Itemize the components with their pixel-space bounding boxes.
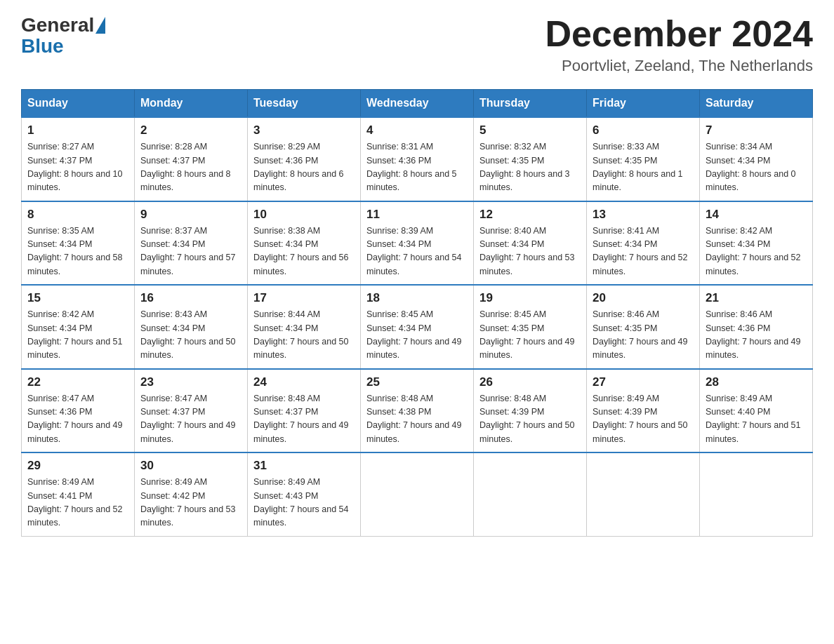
day-number: 8 xyxy=(27,208,128,222)
day-cell-25: 25Sunrise: 8:48 AMSunset: 4:38 PMDayligh… xyxy=(361,369,474,453)
day-info: Sunrise: 8:49 AMSunset: 4:43 PMDaylight:… xyxy=(253,476,355,530)
day-number: 16 xyxy=(140,291,241,305)
day-cell-14: 14Sunrise: 8:42 AMSunset: 4:34 PMDayligh… xyxy=(700,201,813,286)
title-section: December 2024 Poortvliet, Zeeland, The N… xyxy=(545,14,813,75)
day-info: Sunrise: 8:39 AMSunset: 4:34 PMDaylight:… xyxy=(366,224,468,279)
day-number: 14 xyxy=(706,208,807,222)
day-number: 18 xyxy=(366,291,468,305)
day-info: Sunrise: 8:38 AMSunset: 4:34 PMDaylight:… xyxy=(253,224,355,279)
empty-cell xyxy=(361,452,474,536)
day-number: 23 xyxy=(140,375,241,389)
day-number: 2 xyxy=(140,123,241,137)
empty-cell xyxy=(587,452,700,536)
day-number: 3 xyxy=(253,123,355,137)
day-cell-23: 23Sunrise: 8:47 AMSunset: 4:37 PMDayligh… xyxy=(135,369,248,453)
day-cell-5: 5Sunrise: 8:32 AMSunset: 4:35 PMDaylight… xyxy=(474,117,587,201)
day-info: Sunrise: 8:27 AMSunset: 4:37 PMDaylight:… xyxy=(27,140,128,195)
day-number: 25 xyxy=(366,375,468,389)
day-cell-17: 17Sunrise: 8:44 AMSunset: 4:34 PMDayligh… xyxy=(248,285,361,369)
day-info: Sunrise: 8:46 AMSunset: 4:36 PMDaylight:… xyxy=(706,308,807,363)
day-number: 9 xyxy=(140,208,241,222)
logo-triangle-icon xyxy=(95,17,105,34)
day-number: 22 xyxy=(27,375,128,389)
day-number: 10 xyxy=(253,208,355,222)
day-cell-29: 29Sunrise: 8:49 AMSunset: 4:41 PMDayligh… xyxy=(22,452,135,536)
day-number: 27 xyxy=(593,375,694,389)
day-cell-7: 7Sunrise: 8:34 AMSunset: 4:34 PMDaylight… xyxy=(700,117,813,201)
day-cell-9: 9Sunrise: 8:37 AMSunset: 4:34 PMDaylight… xyxy=(135,201,248,286)
day-info: Sunrise: 8:48 AMSunset: 4:37 PMDaylight:… xyxy=(253,392,355,447)
day-number: 20 xyxy=(593,291,694,305)
day-number: 5 xyxy=(479,123,581,137)
day-cell-24: 24Sunrise: 8:48 AMSunset: 4:37 PMDayligh… xyxy=(248,369,361,453)
logo: General Blue xyxy=(21,14,107,58)
day-cell-16: 16Sunrise: 8:43 AMSunset: 4:34 PMDayligh… xyxy=(135,285,248,369)
day-cell-28: 28Sunrise: 8:49 AMSunset: 4:40 PMDayligh… xyxy=(700,369,813,453)
day-info: Sunrise: 8:41 AMSunset: 4:34 PMDaylight:… xyxy=(593,224,694,279)
day-info: Sunrise: 8:28 AMSunset: 4:37 PMDaylight:… xyxy=(140,140,241,195)
month-year-title: December 2024 xyxy=(545,14,813,54)
day-info: Sunrise: 8:49 AMSunset: 4:42 PMDaylight:… xyxy=(140,476,241,530)
day-number: 21 xyxy=(706,291,807,305)
week-row-3: 15Sunrise: 8:42 AMSunset: 4:34 PMDayligh… xyxy=(22,285,813,369)
location-subtitle: Poortvliet, Zeeland, The Netherlands xyxy=(545,57,813,75)
day-number: 4 xyxy=(366,123,468,137)
day-number: 29 xyxy=(27,459,128,473)
day-cell-26: 26Sunrise: 8:48 AMSunset: 4:39 PMDayligh… xyxy=(474,369,587,453)
day-number: 12 xyxy=(479,208,581,222)
day-info: Sunrise: 8:33 AMSunset: 4:35 PMDaylight:… xyxy=(593,140,694,195)
day-info: Sunrise: 8:49 AMSunset: 4:41 PMDaylight:… xyxy=(27,476,128,530)
day-info: Sunrise: 8:49 AMSunset: 4:39 PMDaylight:… xyxy=(593,392,694,447)
day-number: 26 xyxy=(479,375,581,389)
day-cell-3: 3Sunrise: 8:29 AMSunset: 4:36 PMDaylight… xyxy=(248,117,361,201)
column-header-friday: Friday xyxy=(587,90,700,118)
day-info: Sunrise: 8:47 AMSunset: 4:36 PMDaylight:… xyxy=(27,392,128,447)
week-row-4: 22Sunrise: 8:47 AMSunset: 4:36 PMDayligh… xyxy=(22,369,813,453)
day-cell-22: 22Sunrise: 8:47 AMSunset: 4:36 PMDayligh… xyxy=(22,369,135,453)
day-number: 30 xyxy=(140,459,241,473)
week-row-2: 8Sunrise: 8:35 AMSunset: 4:34 PMDaylight… xyxy=(22,201,813,286)
column-header-sunday: Sunday xyxy=(22,90,135,118)
day-cell-6: 6Sunrise: 8:33 AMSunset: 4:35 PMDaylight… xyxy=(587,117,700,201)
day-number: 19 xyxy=(479,291,581,305)
day-cell-1: 1Sunrise: 8:27 AMSunset: 4:37 PMDaylight… xyxy=(22,117,135,201)
day-info: Sunrise: 8:35 AMSunset: 4:34 PMDaylight:… xyxy=(27,224,128,279)
day-cell-4: 4Sunrise: 8:31 AMSunset: 4:36 PMDaylight… xyxy=(361,117,474,201)
day-number: 31 xyxy=(253,459,355,473)
day-number: 11 xyxy=(366,208,468,222)
calendar-header-row: SundayMondayTuesdayWednesdayThursdayFrid… xyxy=(22,90,813,118)
empty-cell xyxy=(700,452,813,536)
day-cell-20: 20Sunrise: 8:46 AMSunset: 4:35 PMDayligh… xyxy=(587,285,700,369)
day-info: Sunrise: 8:37 AMSunset: 4:34 PMDaylight:… xyxy=(140,224,241,279)
day-number: 1 xyxy=(27,123,128,137)
day-info: Sunrise: 8:48 AMSunset: 4:38 PMDaylight:… xyxy=(366,392,468,447)
day-cell-19: 19Sunrise: 8:45 AMSunset: 4:35 PMDayligh… xyxy=(474,285,587,369)
day-number: 13 xyxy=(593,208,694,222)
day-cell-12: 12Sunrise: 8:40 AMSunset: 4:34 PMDayligh… xyxy=(474,201,587,286)
day-cell-10: 10Sunrise: 8:38 AMSunset: 4:34 PMDayligh… xyxy=(248,201,361,286)
day-cell-15: 15Sunrise: 8:42 AMSunset: 4:34 PMDayligh… xyxy=(22,285,135,369)
day-info: Sunrise: 8:31 AMSunset: 4:36 PMDaylight:… xyxy=(366,140,468,195)
logo-general-text: General xyxy=(21,14,94,36)
week-row-5: 29Sunrise: 8:49 AMSunset: 4:41 PMDayligh… xyxy=(22,452,813,536)
day-cell-30: 30Sunrise: 8:49 AMSunset: 4:42 PMDayligh… xyxy=(135,452,248,536)
day-info: Sunrise: 8:44 AMSunset: 4:34 PMDaylight:… xyxy=(253,308,355,363)
day-info: Sunrise: 8:29 AMSunset: 4:36 PMDaylight:… xyxy=(253,140,355,195)
day-info: Sunrise: 8:42 AMSunset: 4:34 PMDaylight:… xyxy=(706,224,807,279)
day-info: Sunrise: 8:49 AMSunset: 4:40 PMDaylight:… xyxy=(706,392,807,447)
column-header-thursday: Thursday xyxy=(474,90,587,118)
day-number: 17 xyxy=(253,291,355,305)
day-cell-8: 8Sunrise: 8:35 AMSunset: 4:34 PMDaylight… xyxy=(22,201,135,286)
day-cell-18: 18Sunrise: 8:45 AMSunset: 4:34 PMDayligh… xyxy=(361,285,474,369)
day-info: Sunrise: 8:45 AMSunset: 4:35 PMDaylight:… xyxy=(479,308,581,363)
day-info: Sunrise: 8:43 AMSunset: 4:34 PMDaylight:… xyxy=(140,308,241,363)
day-info: Sunrise: 8:34 AMSunset: 4:34 PMDaylight:… xyxy=(706,140,807,195)
day-info: Sunrise: 8:45 AMSunset: 4:34 PMDaylight:… xyxy=(366,308,468,363)
day-number: 6 xyxy=(593,123,694,137)
empty-cell xyxy=(474,452,587,536)
day-cell-31: 31Sunrise: 8:49 AMSunset: 4:43 PMDayligh… xyxy=(248,452,361,536)
page-header: General Blue December 2024 Poortvliet, Z… xyxy=(21,14,813,75)
day-info: Sunrise: 8:46 AMSunset: 4:35 PMDaylight:… xyxy=(593,308,694,363)
day-cell-2: 2Sunrise: 8:28 AMSunset: 4:37 PMDaylight… xyxy=(135,117,248,201)
day-number: 15 xyxy=(27,291,128,305)
